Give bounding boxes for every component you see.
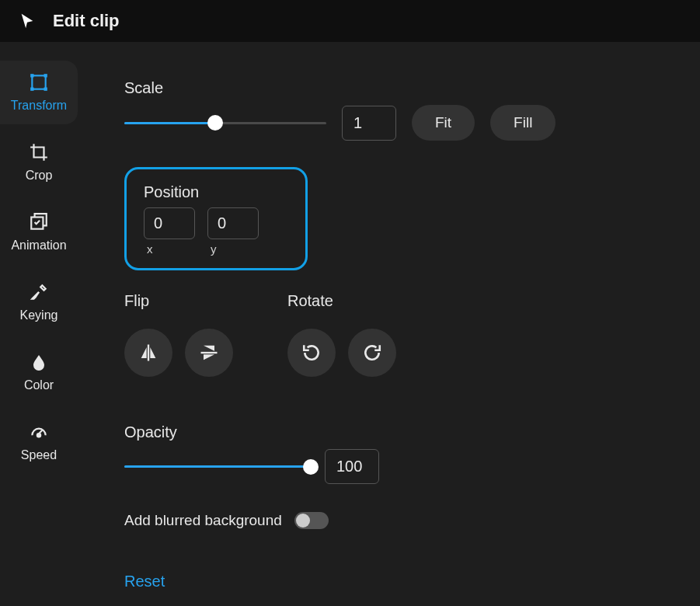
flip-label: Flip xyxy=(124,292,233,310)
position-y-sublabel: y xyxy=(207,242,259,256)
sidebar-item-label: Keying xyxy=(20,308,58,322)
gauge-icon xyxy=(29,422,49,442)
position-x-sublabel: x xyxy=(144,242,195,256)
sidebar-item-label: Speed xyxy=(21,448,57,462)
rotate-ccw-button[interactable] xyxy=(287,329,336,377)
flip-horizontal-icon xyxy=(138,342,159,364)
sidebar-item-transform[interactable]: Transform xyxy=(0,57,78,127)
sidebar-item-speed[interactable]: Speed xyxy=(0,407,78,477)
droplet-icon xyxy=(29,352,49,372)
svg-point-6 xyxy=(37,434,40,437)
panel-title: Edit clip xyxy=(53,11,120,31)
reset-link[interactable]: Reset xyxy=(124,573,669,590)
position-y-input[interactable] xyxy=(207,207,259,239)
svg-rect-3 xyxy=(30,88,33,91)
sidebar-item-color[interactable]: Color xyxy=(0,337,78,407)
rotate-label: Rotate xyxy=(287,292,396,310)
opacity-label: Opacity xyxy=(124,423,669,441)
svg-rect-8 xyxy=(201,352,218,354)
crop-icon xyxy=(29,142,49,162)
fit-button[interactable]: Fit xyxy=(412,105,475,141)
sidebar-item-animation[interactable]: Animation xyxy=(0,197,78,267)
sidebar: Transform Crop Animation xyxy=(0,42,78,606)
opacity-slider[interactable] xyxy=(124,458,311,476)
svg-rect-4 xyxy=(44,88,47,91)
sidebar-item-label: Color xyxy=(24,378,54,392)
blurred-bg-label: Add blurred background xyxy=(124,512,282,529)
position-label: Position xyxy=(144,183,288,201)
titlebar: Edit clip xyxy=(0,0,700,42)
scale-slider[interactable] xyxy=(124,113,326,132)
svg-rect-0 xyxy=(32,75,45,89)
rotate-cw-button[interactable] xyxy=(348,329,396,377)
app-cursor-icon xyxy=(19,12,36,30)
fill-button[interactable]: Fill xyxy=(490,105,555,141)
eyedropper-icon xyxy=(29,282,49,302)
flip-horizontal-button[interactable] xyxy=(124,329,172,377)
svg-rect-7 xyxy=(148,345,149,361)
svg-rect-2 xyxy=(44,74,47,77)
sidebar-item-keying[interactable]: Keying xyxy=(0,267,78,337)
animation-icon xyxy=(29,212,49,232)
transform-panel: Scale Fit Fill Position x xyxy=(78,42,700,606)
blurred-bg-toggle[interactable] xyxy=(294,512,329,529)
transform-icon xyxy=(29,72,49,92)
flip-vertical-icon xyxy=(198,342,220,364)
sidebar-item-label: Transform xyxy=(11,99,67,113)
sidebar-item-crop[interactable]: Crop xyxy=(0,127,78,197)
sidebar-item-label: Crop xyxy=(26,169,53,183)
flip-vertical-button[interactable] xyxy=(185,329,233,377)
scale-label: Scale xyxy=(124,79,669,97)
position-x-input[interactable] xyxy=(144,207,195,239)
opacity-input[interactable] xyxy=(325,449,379,484)
rotate-cw-icon xyxy=(362,343,382,363)
svg-rect-1 xyxy=(30,74,33,77)
scale-input[interactable] xyxy=(342,106,396,141)
rotate-ccw-icon xyxy=(301,343,322,363)
sidebar-item-label: Animation xyxy=(11,239,66,252)
position-group: Position x y xyxy=(124,167,308,270)
